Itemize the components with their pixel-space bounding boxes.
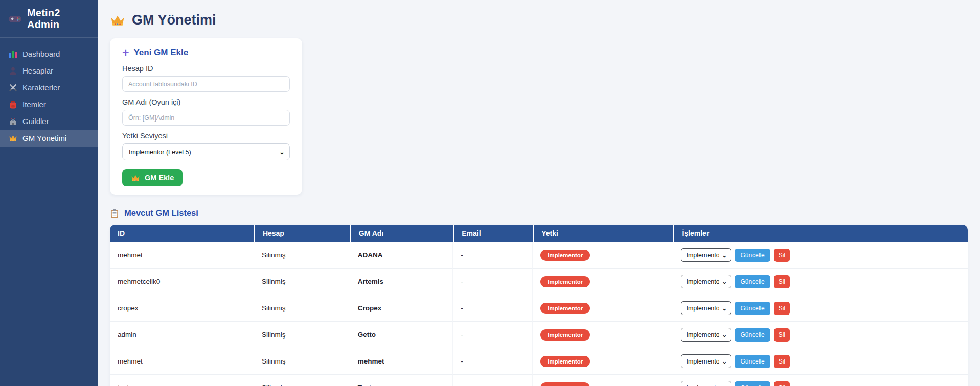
sidebar-item-guildler[interactable]: Guildler	[0, 113, 98, 130]
hesap-cell: Silinmiş	[254, 295, 350, 322]
table-header-row: IDHesapGM AdıEmailYetkiİşlemler	[110, 225, 968, 242]
email-cell: -	[453, 322, 533, 348]
sidebar-item-itemler[interactable]: Itemler	[0, 96, 98, 113]
table-row: mehmetcelik0SilinmişArtemis-ImplementorI…	[110, 269, 968, 295]
table-row: testSilinmişTest-ImplementorImplementor⌄…	[110, 375, 968, 386]
guncelle-button[interactable]: Güncelle	[735, 355, 770, 368]
hesap-cell: Silinmiş	[254, 242, 350, 269]
sidebar-item-label: Dashboard	[22, 50, 60, 58]
hesap-cell: Silinmiş	[254, 375, 350, 386]
gm-id-cell: mehmet	[110, 242, 254, 269]
hesap-id-input[interactable]	[122, 76, 290, 92]
guncelle-button[interactable]: Güncelle	[735, 328, 770, 342]
sidebar-item-dashboard[interactable]: Dashboard	[0, 45, 98, 62]
gm-adi-cell: Artemis	[350, 269, 453, 295]
gm-ekle-button[interactable]: GM Ekle	[122, 169, 183, 186]
yetki-cell: Implementor	[533, 348, 673, 375]
gm-adi-cell: mehmet	[350, 348, 453, 375]
islemler-cell: Implementor⌄GüncelleSil	[673, 269, 968, 295]
game-controller-icon	[8, 14, 22, 24]
sil-button[interactable]: Sil	[774, 381, 790, 386]
row-yetki-select[interactable]: Implementor	[681, 381, 731, 386]
row-yetki-select[interactable]: Implementor	[681, 248, 731, 262]
guncelle-button[interactable]: Güncelle	[735, 302, 770, 315]
gm-adi-cell: Getto	[350, 322, 453, 348]
sidebar-item-gm-yonetimi[interactable]: GM Yönetimi	[0, 130, 98, 147]
sil-button[interactable]: Sil	[774, 275, 790, 288]
page-title-text: GM Yönetimi	[132, 12, 216, 28]
gm-adi-cell: ADANA	[350, 242, 453, 269]
yetki-badge: Implementor	[540, 356, 590, 367]
row-yetki-select[interactable]: Implementor	[681, 275, 731, 288]
gm-id-cell: test	[110, 375, 254, 386]
user-icon	[9, 66, 17, 75]
table-row: adminSilinmişGetto-ImplementorImplemento…	[110, 322, 968, 348]
main-content: GM Yönetimi + Yeni GM Ekle Hesap ID GM A…	[98, 0, 980, 386]
hesap-cell: Silinmiş	[254, 269, 350, 295]
gm-id-cell: cropex	[110, 295, 254, 322]
guncelle-button[interactable]: Güncelle	[735, 249, 770, 262]
yetki-cell: Implementor	[533, 295, 673, 322]
sil-button[interactable]: Sil	[774, 355, 790, 368]
sidebar-nav: DashboardHesaplarKarakterlerItemlerGuild…	[0, 38, 98, 154]
hesap-cell: Silinmiş	[254, 348, 350, 375]
yetki-badge: Implementor	[540, 276, 590, 287]
swords-icon	[9, 83, 17, 92]
table-body: mehmetSilinmişADANA-ImplementorImplement…	[110, 242, 968, 386]
gm-id-cell: mehmet	[110, 348, 254, 375]
gm-list-section: Mevcut GM Listesi IDHesapGM AdıEmailYetk…	[110, 208, 968, 386]
sidebar-item-label: Hesaplar	[22, 66, 53, 75]
sil-button[interactable]: Sil	[774, 302, 790, 315]
email-cell: -	[453, 269, 533, 295]
gm-table: IDHesapGM AdıEmailYetkiİşlemler mehmetSi…	[110, 225, 968, 386]
gm-adi-input[interactable]	[122, 110, 290, 126]
yetki-seviyesi-label: Yetki Seviyesi	[122, 132, 290, 140]
gm-table-container: IDHesapGM AdıEmailYetkiİşlemler mehmetSi…	[110, 225, 968, 386]
sil-button[interactable]: Sil	[774, 249, 790, 262]
islemler-cell: Implementor⌄GüncelleSil	[673, 348, 968, 375]
column-header-2: GM Adı	[350, 225, 453, 242]
sidebar-header: Metin2 Admin	[0, 0, 98, 38]
yetki-cell: Implementor	[533, 322, 673, 348]
table-row: mehmetSilinmişmehmet-ImplementorImplemen…	[110, 348, 968, 375]
dashboard-icon	[9, 50, 17, 58]
email-cell: -	[453, 348, 533, 375]
crown-icon	[9, 134, 17, 142]
add-gm-card-title-text: Yeni GM Ekle	[133, 47, 188, 58]
table-row: mehmetSilinmişADANA-ImplementorImplement…	[110, 242, 968, 269]
page-title: GM Yönetimi	[110, 12, 968, 28]
column-header-1: Hesap	[254, 225, 350, 242]
yetki-badge: Implementor	[540, 382, 590, 386]
email-cell: -	[453, 375, 533, 386]
yetki-cell: Implementor	[533, 242, 673, 269]
sidebar-item-karakterler[interactable]: Karakterler	[0, 79, 98, 96]
clipboard-icon	[110, 209, 119, 218]
add-gm-card-title: + Yeni GM Ekle	[122, 47, 290, 58]
gm-adi-label: GM Adı (Oyun içi)	[122, 98, 290, 106]
yetki-badge: Implementor	[540, 303, 590, 314]
yetki-cell: Implementor	[533, 375, 673, 386]
gm-ekle-button-label: GM Ekle	[145, 174, 174, 182]
app-title: Metin2 Admin	[27, 7, 89, 31]
hesap-id-label: Hesap ID	[122, 64, 290, 73]
islemler-cell: Implementor⌄GüncelleSil	[673, 295, 968, 322]
sidebar: Metin2 Admin DashboardHesaplarKarakterle…	[0, 0, 98, 386]
gm-adi-cell: Cropex	[350, 295, 453, 322]
islemler-cell: Implementor⌄GüncelleSil	[673, 242, 968, 269]
sil-button[interactable]: Sil	[774, 328, 790, 342]
column-header-4: Yetki	[533, 225, 673, 242]
yetki-seviyesi-select[interactable]: Implementor (Level 5)	[122, 143, 290, 160]
gm-id-cell: mehmetcelik0	[110, 269, 254, 295]
table-row: cropexSilinmişCropex-ImplementorImplemen…	[110, 295, 968, 322]
guncelle-button[interactable]: Güncelle	[735, 275, 770, 288]
crown-icon	[110, 14, 125, 27]
islemler-cell: Implementor⌄GüncelleSil	[673, 375, 968, 386]
guncelle-button[interactable]: Güncelle	[735, 381, 770, 386]
gm-list-title-text: Mevcut GM Listesi	[124, 208, 198, 218]
column-header-5: İşlemler	[673, 225, 968, 242]
email-cell: -	[453, 295, 533, 322]
sidebar-item-hesaplar[interactable]: Hesaplar	[0, 62, 98, 79]
row-yetki-select[interactable]: Implementor	[681, 328, 731, 342]
row-yetki-select[interactable]: Implementor	[681, 301, 731, 315]
row-yetki-select[interactable]: Implementor	[681, 354, 731, 368]
